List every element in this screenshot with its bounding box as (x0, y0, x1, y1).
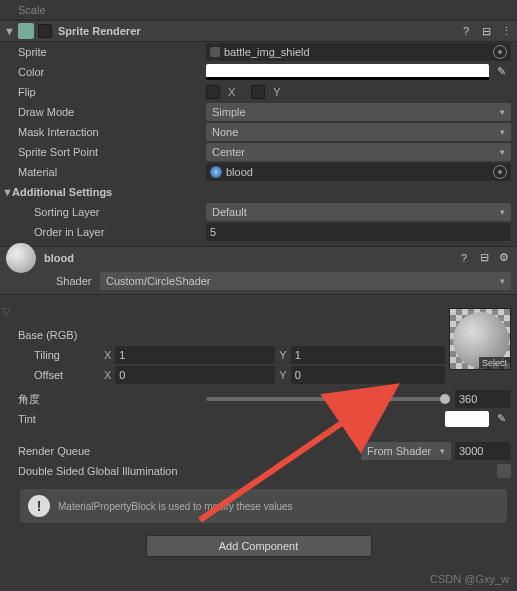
sorting-layer-dropdown[interactable]: Default (206, 203, 511, 221)
gear-icon[interactable]: ⚙ (497, 251, 511, 265)
flip-x-label: X (228, 86, 235, 98)
preset-icon[interactable]: ⊟ (479, 24, 493, 38)
angle-slider[interactable] (206, 397, 445, 401)
info-box: ! MaterialPropertyBlock is used to modif… (20, 489, 507, 523)
preset-icon[interactable]: ⊟ (477, 251, 491, 265)
help-icon[interactable]: ? (459, 24, 473, 38)
draw-mode-label: Draw Mode (6, 106, 206, 118)
tint-field[interactable] (445, 411, 489, 427)
angle-input[interactable] (455, 390, 511, 408)
flip-x-checkbox[interactable] (206, 85, 220, 99)
shader-label: Shader (56, 275, 100, 287)
tiling-x-input[interactable] (115, 346, 275, 364)
draw-mode-dropdown[interactable]: Simple (206, 103, 511, 121)
sprite-value: battle_img_shield (224, 46, 310, 58)
scale-label: Scale (6, 4, 206, 16)
base-rgb-label: Base (RGB) (6, 329, 206, 341)
menu-icon[interactable]: ⋮ (499, 24, 513, 38)
y-label: Y (279, 369, 286, 381)
sorting-layer-label: Sorting Layer (6, 206, 206, 218)
flip-label: Flip (6, 86, 206, 98)
tiling-y-input[interactable] (291, 346, 445, 364)
material-name: blood (44, 252, 457, 264)
offset-x-input[interactable] (115, 366, 275, 384)
render-queue-input[interactable] (455, 442, 511, 460)
foldout-icon[interactable]: ▼ (4, 25, 14, 37)
eyedropper-icon[interactable]: ✎ (497, 65, 511, 79)
dsgi-label: Double Sided Global Illumination (6, 465, 497, 477)
sort-point-label: Sprite Sort Point (6, 146, 206, 158)
tint-label: Tint (6, 413, 206, 425)
angle-label: 角度 (6, 392, 206, 407)
eyedropper-icon[interactable]: ✎ (497, 412, 511, 426)
sprite-label: Sprite (6, 46, 206, 58)
color-field[interactable] (206, 64, 489, 80)
material-label: Material (6, 166, 206, 178)
tiling-label: Tiling (6, 349, 100, 361)
sprite-renderer-header[interactable]: ▼ Sprite Renderer ? ⊟ ⋮ (0, 20, 517, 42)
render-queue-dropdown[interactable]: From Shader (361, 442, 451, 460)
material-preview-icon (6, 243, 36, 273)
mask-dropdown[interactable]: None (206, 123, 511, 141)
order-input[interactable] (206, 223, 511, 241)
object-picker-icon[interactable] (493, 165, 507, 179)
material-header[interactable]: blood ? ⊟ ⚙ (0, 246, 517, 268)
sort-point-dropdown[interactable]: Center (206, 143, 511, 161)
info-icon: ! (28, 495, 50, 517)
material-field[interactable]: blood (206, 163, 511, 181)
help-icon[interactable]: ? (457, 251, 471, 265)
material-thumbnail-icon (210, 166, 222, 178)
flip-y-label: Y (273, 86, 280, 98)
component-icon (18, 23, 34, 39)
foldout-icon[interactable]: ▼ (2, 186, 12, 198)
order-label: Order in Layer (6, 226, 206, 238)
additional-settings-label: Additional Settings (12, 186, 112, 198)
shader-dropdown[interactable]: Custom/CircleShader (100, 272, 511, 290)
add-component-button[interactable]: Add Component (146, 535, 372, 557)
texture-preview[interactable]: Select (449, 308, 511, 370)
y-label: Y (279, 349, 286, 361)
flip-y-checkbox[interactable] (251, 85, 265, 99)
color-label: Color (6, 66, 206, 78)
object-picker-icon[interactable] (493, 45, 507, 59)
sprite-field[interactable]: battle_img_shield (206, 43, 511, 61)
watermark: CSDN @Gxy_w (430, 573, 509, 585)
dsgi-checkbox[interactable] (497, 464, 511, 478)
component-toggle[interactable] (38, 24, 52, 38)
offset-y-input[interactable] (291, 366, 445, 384)
mask-label: Mask Interaction (6, 126, 206, 138)
foldout-icon[interactable]: ▽ (2, 305, 12, 318)
material-value: blood (226, 166, 253, 178)
offset-label: Offset (6, 369, 100, 381)
component-title: Sprite Renderer (58, 25, 141, 37)
x-label: X (104, 349, 111, 361)
slider-thumb[interactable] (440, 394, 450, 404)
info-text: MaterialPropertyBlock is used to modify … (58, 501, 293, 512)
render-queue-label: Render Queue (6, 445, 206, 457)
x-label: X (104, 369, 111, 381)
sprite-thumbnail-icon (210, 47, 220, 57)
texture-select-button[interactable]: Select (479, 357, 510, 369)
